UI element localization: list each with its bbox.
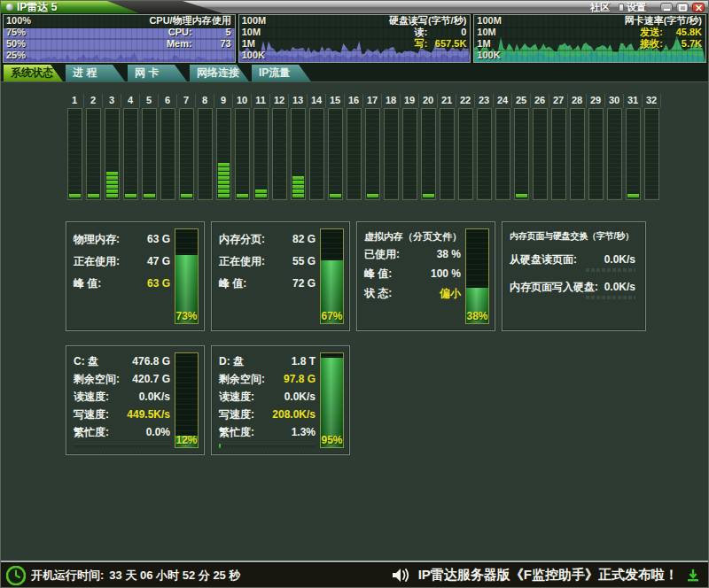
cpu-bar-segment: [218, 167, 230, 171]
cpu-bar-segment: [218, 176, 230, 180]
y-tick: 100M: [477, 15, 521, 27]
tab-network-card[interactable]: 网 卡: [128, 65, 187, 81]
cpu-core-number: 15: [326, 94, 345, 108]
busy-segment: [97, 444, 99, 448]
busy-segment: [269, 444, 271, 448]
cpu-core-cell: 26: [531, 94, 549, 200]
settings-button[interactable]: 设置: [619, 1, 646, 14]
close-button[interactable]: [692, 3, 705, 12]
uptime-value: 33 天 06 小时 52 分 25 秒: [109, 568, 240, 584]
swap-read-mini-meter: [586, 268, 635, 272]
disk-read-stat: 读:0: [415, 27, 467, 38]
app-logo-icon: [6, 4, 13, 11]
y-tick: 100K: [242, 50, 286, 61]
community-button[interactable]: 社区: [590, 1, 610, 14]
cpu-bar-segment: [218, 185, 230, 189]
cpu-core-cell: 19: [401, 94, 419, 200]
busy-segment: [103, 444, 105, 448]
cpu-core-usage-bar: [328, 108, 343, 200]
stat-row: 峰 值:72 G: [219, 273, 316, 295]
cpu-core-usage-bar: [86, 108, 101, 200]
cpu-core-number: 27: [549, 94, 568, 108]
busy-segment: [100, 444, 102, 448]
busy-segment: [129, 444, 131, 448]
memory-panel-row: 物理内存:63 G 正在使用:47 G 峰 值:63 G 73% 内存分页:82…: [66, 221, 646, 331]
disk-c-usage-meter: 12%: [175, 352, 199, 448]
panel-title: 内存页面与硬盘交换（字节/秒）: [510, 228, 635, 244]
busy-segment: [225, 444, 227, 448]
graph-title: 网卡速率(字节/秒): [625, 15, 702, 27]
cpu-core-usage-bar: [570, 108, 585, 200]
announcement-text: IP雷达服务器版《F监控助手》正式发布啦！: [418, 567, 678, 584]
cpu-core-cell: 31: [624, 94, 643, 200]
tab-system-status[interactable]: 系统状态: [4, 65, 63, 81]
cpu-core-cell: 3: [103, 94, 121, 200]
busy-segment: [290, 444, 292, 448]
cpu-core-usage-bar: [67, 108, 82, 200]
memory-paging-meter: 67%: [320, 228, 344, 324]
cpu-core-usage-bar: [514, 108, 529, 200]
network-rate-graph-panel: 100M 10M 1M 100K 网卡速率(字节/秒) 发送:45.8K 接收:…: [473, 14, 706, 63]
cpu-core-number: 25: [512, 94, 531, 108]
stat-row: 繁忙度:1.3%: [219, 423, 316, 441]
minimize-button[interactable]: [660, 3, 673, 12]
cpu-core-cell: 22: [456, 94, 475, 200]
cpu-bar-segment: [292, 185, 304, 189]
cpu-bar-segment: [106, 190, 118, 193]
busy-segment: [245, 444, 247, 448]
maximize-button[interactable]: [676, 3, 689, 12]
cpu-core-number: 7: [177, 94, 196, 108]
titlebar-actions: 社区 设置: [590, 1, 705, 13]
busy-segment: [243, 444, 245, 448]
cpu-core-cell: 24: [494, 94, 512, 200]
busy-segment: [144, 444, 146, 448]
busy-segment: [124, 444, 126, 448]
cpu-core-usage-bar: [384, 108, 399, 200]
cpu-bar-segment: [218, 194, 230, 197]
busy-segment: [142, 444, 144, 448]
cpu-bar-segment: [144, 194, 155, 197]
cpu-core-cell: 1: [66, 94, 84, 200]
cpu-core-number: 11: [252, 94, 270, 108]
cpu-core-number: 20: [419, 94, 438, 108]
cpu-core-number: 19: [401, 94, 419, 108]
busy-segment: [237, 444, 238, 448]
window-buttons: [660, 3, 705, 12]
tab-processes[interactable]: 进 程: [66, 65, 125, 81]
cpu-core-usage-bar: [291, 108, 306, 200]
stat-row: 状 态:偏小: [364, 283, 461, 303]
cpu-core-usage-bar: [644, 108, 659, 200]
busy-segment: [301, 444, 303, 448]
cpu-core-number: 18: [382, 94, 401, 108]
tab-network-connections[interactable]: 网络连接: [190, 65, 249, 81]
cpu-core-number: 29: [587, 94, 605, 108]
announcement[interactable]: IP雷达服务器版《F监控助手》正式发布啦！: [392, 567, 699, 584]
stat-row: 读速度:0.0K/s: [219, 388, 316, 406]
busy-segment: [138, 444, 140, 448]
tab-ip-traffic[interactable]: IP流量: [252, 65, 311, 81]
y-tick: 100K: [477, 50, 521, 61]
disk-c-busy-meter: [74, 444, 170, 448]
cpu-core-usage-bar: [272, 108, 287, 200]
busy-segment: [266, 444, 268, 448]
cpu-bar-segment: [237, 194, 248, 197]
cpu-core-usage-bar: [551, 108, 566, 200]
busy-segment: [106, 444, 108, 448]
cpu-core-usage-bar: [477, 108, 492, 200]
disk-write-stat: 写:657.5K: [415, 38, 467, 50]
y-tick: 50%: [6, 38, 51, 50]
cpu-core-number: 22: [456, 94, 475, 108]
busy-segment: [74, 444, 75, 448]
cpu-core-cell: 16: [345, 94, 363, 200]
cpu-bar-segment: [292, 194, 304, 197]
busy-segment: [296, 444, 298, 448]
cpu-core-usage-bar: [160, 108, 175, 200]
cpu-bar-segment: [255, 190, 267, 193]
memory-disk-swap-panel: 内存页面与硬盘交换（字节/秒） 从硬盘读页面:0.0K/s 内存页面写入硬盘:0…: [502, 221, 646, 331]
y-tick: 100%: [6, 15, 51, 27]
stat-row: 内存分页:82 G: [219, 228, 316, 251]
stat-row: 峰 值:63 G: [74, 273, 170, 295]
download-icon: [687, 569, 699, 582]
stat-row: 写速度:449.5K/s: [74, 406, 170, 423]
cpu-core-cell: 12: [270, 94, 289, 200]
